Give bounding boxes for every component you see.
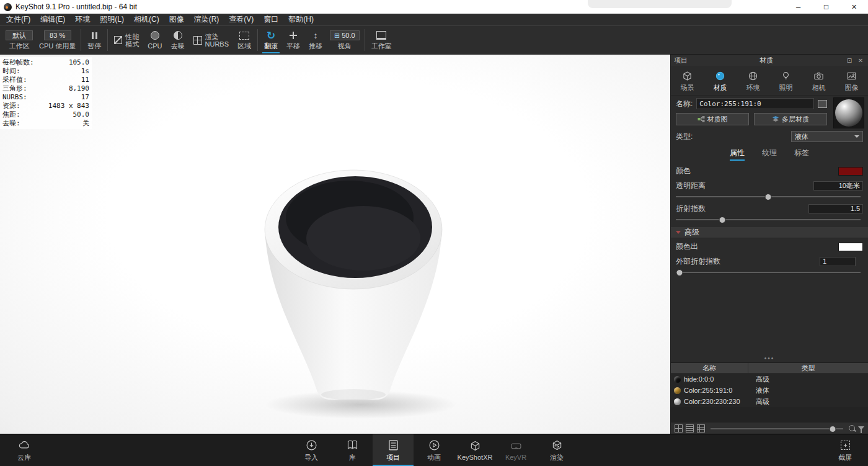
tab-environment[interactable]: 环境 bbox=[737, 68, 769, 95]
view-grid-icon[interactable] bbox=[675, 424, 683, 432]
chevron-down-icon bbox=[854, 135, 859, 138]
denoise-button[interactable]: 去噪 bbox=[167, 26, 189, 54]
menu-help[interactable]: 帮助(H) bbox=[283, 14, 319, 25]
menu-camera[interactable]: 相机(C) bbox=[129, 14, 164, 25]
realtime-viewport[interactable]: 每秒帧数:105.0 时间:1s 采样值:11 三角形:8,190 NURBS:… bbox=[0, 55, 670, 434]
transparency-slider[interactable] bbox=[676, 193, 861, 200]
dolly-button[interactable]: 推移 bbox=[304, 26, 327, 54]
collapse-arrow-icon bbox=[676, 231, 681, 234]
render-nurbs-button[interactable]: 渲染 NURBS bbox=[189, 26, 234, 54]
library-button[interactable]: 库 bbox=[332, 434, 373, 466]
material-type-select[interactable]: 液体 bbox=[791, 131, 863, 142]
undock-panel-icon[interactable]: ⊡ bbox=[845, 57, 854, 64]
project-button[interactable]: 项目 bbox=[373, 434, 414, 466]
cpu-usage-value[interactable]: 83 % bbox=[44, 30, 71, 40]
keyshotxr-button[interactable]: KeyShotXR bbox=[454, 434, 495, 466]
menu-environment[interactable]: 环境 bbox=[70, 14, 95, 25]
cpu-icon bbox=[151, 31, 159, 40]
cpu-mode-button[interactable]: CPU bbox=[143, 26, 166, 54]
tumble-icon bbox=[267, 31, 275, 40]
column-name[interactable]: 名称 bbox=[671, 363, 748, 373]
ior-slider[interactable] bbox=[676, 216, 861, 223]
close-button[interactable] bbox=[840, 0, 868, 14]
material-graph-button[interactable]: 材质图 bbox=[676, 113, 749, 125]
maximize-button[interactable] bbox=[812, 0, 840, 14]
stat-row: 三角形:8,190 bbox=[2, 84, 89, 93]
search-icon[interactable] bbox=[849, 425, 855, 431]
workspace-value[interactable]: 默认 bbox=[6, 30, 33, 40]
menu-view[interactable]: 查看(V) bbox=[224, 14, 259, 25]
tumble-button[interactable]: 翻滚 bbox=[260, 26, 282, 54]
render-button[interactable]: 渲染 bbox=[536, 434, 577, 466]
minimize-button[interactable] bbox=[784, 0, 812, 14]
transparency-value[interactable]: 10毫米 bbox=[813, 181, 863, 190]
stat-row: 采样值:11 bbox=[2, 76, 89, 84]
fov-value[interactable]: 50.0 bbox=[342, 31, 355, 40]
region-label: 区域 bbox=[237, 42, 251, 50]
multi-material-icon bbox=[772, 115, 779, 123]
region-button[interactable]: 区域 bbox=[233, 26, 255, 54]
tab-camera[interactable]: 相机 bbox=[802, 68, 835, 95]
fov-group[interactable]: 50.0 视角 bbox=[327, 26, 363, 54]
filter-icon[interactable] bbox=[858, 426, 864, 430]
keyvr-icon bbox=[510, 439, 523, 452]
material-preview[interactable] bbox=[833, 97, 864, 128]
keyvr-button[interactable]: KeyVR bbox=[495, 434, 536, 466]
multi-material-button[interactable]: 多层材质 bbox=[754, 113, 827, 125]
workspace-group[interactable]: 默认 工作区 bbox=[2, 26, 36, 54]
denoise-label: 去噪 bbox=[171, 42, 185, 50]
nurbs-label-2: NURBS bbox=[205, 40, 229, 48]
material-name-row: 名称: Color:255:191:0 bbox=[671, 96, 832, 110]
outside-ior-slider[interactable] bbox=[676, 269, 861, 276]
tab-lighting[interactable]: 照明 bbox=[769, 68, 802, 95]
pan-button[interactable]: 平移 bbox=[282, 26, 304, 54]
transparency-row: 透明距离 10毫米 bbox=[671, 177, 868, 192]
type-label: 类型: bbox=[676, 132, 693, 142]
rendered-cup-model[interactable] bbox=[223, 148, 490, 434]
subtab-properties[interactable]: 属性 bbox=[730, 148, 745, 161]
column-type[interactable]: 类型 bbox=[748, 363, 868, 373]
performance-mode-button[interactable]: 性能 模式 bbox=[110, 26, 143, 54]
stat-row: NURBS:17 bbox=[2, 93, 89, 102]
ior-slider-handle[interactable] bbox=[719, 217, 725, 223]
material-list-row[interactable]: hide:0:0:0 高级 bbox=[671, 374, 868, 385]
thumbnail-size-handle[interactable] bbox=[829, 426, 836, 432]
menu-file[interactable]: 文件(F) bbox=[1, 14, 35, 25]
tab-material[interactable]: 材质 bbox=[704, 68, 737, 95]
transparency-slider-handle[interactable] bbox=[765, 194, 772, 200]
cloud-library-button[interactable]: 云库 bbox=[6, 434, 42, 466]
menu-edit[interactable]: 编辑(E) bbox=[35, 14, 70, 25]
material-name-input[interactable]: Color:255:191:0 bbox=[696, 98, 814, 109]
subtab-textures[interactable]: 纹理 bbox=[762, 148, 777, 161]
view-tree-icon[interactable] bbox=[697, 424, 705, 432]
outside-ior-value[interactable]: 1 bbox=[820, 257, 856, 266]
ior-row: 折射指数 1.5 bbox=[671, 200, 868, 215]
material-template-icon[interactable] bbox=[818, 100, 827, 108]
close-panel-icon[interactable]: ✕ bbox=[856, 57, 865, 64]
view-list-icon[interactable] bbox=[686, 424, 694, 432]
tab-image[interactable]: 图像 bbox=[835, 68, 868, 95]
menu-image[interactable]: 图像 bbox=[164, 14, 189, 25]
menu-window[interactable]: 窗口 bbox=[259, 14, 283, 25]
studio-icon bbox=[376, 31, 386, 40]
tab-scene[interactable]: 场景 bbox=[671, 68, 704, 95]
menu-lighting[interactable]: 照明(L) bbox=[95, 14, 129, 25]
outside-ior-slider-handle[interactable] bbox=[676, 269, 683, 276]
ribbon-center: 导入 库 项目 动画 KeyShotXR KeyVR bbox=[291, 434, 577, 466]
color-swatch[interactable] bbox=[838, 167, 863, 176]
splitter-handle[interactable]: ••• bbox=[671, 355, 868, 362]
pause-button[interactable]: 暂停 bbox=[83, 26, 105, 54]
color-out-swatch[interactable] bbox=[838, 243, 863, 251]
cpu-usage-group[interactable]: 83 % CPU 使用量 bbox=[36, 26, 79, 54]
studio-button[interactable]: 工作室 bbox=[367, 26, 396, 54]
screenshot-button[interactable]: 截屏 bbox=[826, 434, 864, 466]
material-list-row[interactable]: Color:255:191:0 液体 bbox=[671, 385, 868, 396]
animation-button[interactable]: 动画 bbox=[414, 434, 454, 466]
thumbnail-size-slider[interactable] bbox=[711, 425, 843, 432]
advanced-section-header[interactable]: 高级 bbox=[671, 226, 868, 238]
subtab-labels[interactable]: 标签 bbox=[794, 148, 809, 161]
material-list-row[interactable]: Color:230:230:230 高级 bbox=[671, 396, 868, 407]
menu-render[interactable]: 渲染(R) bbox=[189, 14, 224, 25]
ior-value[interactable]: 1.5 bbox=[808, 204, 863, 213]
import-button[interactable]: 导入 bbox=[291, 434, 332, 466]
